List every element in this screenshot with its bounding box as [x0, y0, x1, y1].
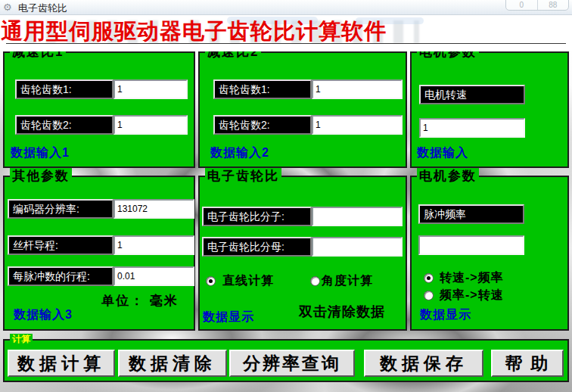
gear-teeth2-label: 齿轮齿数2: — [15, 115, 113, 135]
data-calculate-button[interactable]: 数据计算 — [8, 350, 115, 377]
screw-lead-label: 丝杆导程: — [8, 235, 113, 255]
groupbox-electronic-gear-ratio: 电子齿轮比 电子齿轮比分子: 电子齿轮比分母: 直线计算 角度计算 双击清除数据… — [198, 176, 407, 331]
page-title: 通用型伺服驱动器电子齿轮比计算软件 — [1, 17, 387, 47]
freq-to-speed-radio[interactable] — [424, 291, 434, 300]
encoder-resolution-label: 编码器分辨率: — [8, 199, 113, 219]
gear-teeth1-label: 齿轮齿数1: — [15, 79, 113, 99]
data-input1-label: 数据输入1 — [11, 145, 70, 161]
header-divider — [6, 43, 566, 44]
gear-teeth1-input[interactable] — [113, 79, 188, 99]
groupbox-reduction-ratio-2: 减速比2 齿轮齿数1: 齿轮齿数2: 数据输入2 — [198, 51, 407, 168]
groupbox-motor-params-output: 电机参数 脉冲频率 转速->频率 频率->转速 数据显示 — [410, 176, 569, 331]
linear-calc-radio[interactable] — [206, 276, 216, 286]
background-window-cell: 88 — [538, 0, 569, 10]
groupbox-other-params: 其他参数 编码器分辨率: 丝杆导程: 每脉冲数的行程: 单位： 毫米 数据输入3 — [3, 176, 195, 331]
data-display-label: 数据显示 — [203, 310, 254, 325]
pulse-frequency-label: 脉冲频率 — [418, 204, 524, 224]
background-window-fragment: 0 88 — [505, 0, 569, 11]
gear-teeth2-input[interactable] — [312, 115, 403, 135]
groupbox-reduction-ratio-1: 减速比1 齿轮齿数1: 齿轮齿数2: 数据输入1 — [3, 51, 195, 168]
window-title: 电子齿轮比 — [18, 2, 67, 15]
groupbox-title: 计算 — [10, 334, 33, 345]
data-input3-label: 数据输入3 — [14, 307, 73, 323]
screw-lead-input[interactable] — [113, 235, 194, 255]
gear-teeth2-label: 齿轮齿数2: — [213, 115, 312, 135]
angle-calc-radio[interactable] — [310, 276, 320, 286]
encoder-resolution-input[interactable] — [113, 199, 194, 219]
motor-speed-input[interactable] — [419, 118, 525, 138]
groupbox-title: 电机参数 — [417, 168, 479, 184]
speed-to-freq-radio-label[interactable]: 转速->频率 — [440, 270, 504, 286]
groupbox-motor-params-input: 电机参数 电机转速 数据输入 — [410, 51, 569, 168]
gear-ratio-numerator-label: 电子齿轮比分子: — [202, 207, 312, 226]
travel-per-pulse-input[interactable] — [113, 266, 194, 286]
gear-teeth1-input[interactable] — [312, 79, 403, 99]
gear-ratio-denominator-input[interactable] — [312, 237, 403, 257]
groupbox-title: 电子齿轮比 — [205, 168, 281, 184]
data-input-label: 数据输入 — [417, 145, 468, 161]
resolution-query-button[interactable]: 分辨率查询 — [229, 350, 355, 377]
data-clear-button[interactable]: 数据清除 — [118, 350, 227, 377]
motor-speed-label: 电机转速 — [419, 85, 525, 104]
gear-ratio-numerator-input[interactable] — [312, 207, 403, 226]
gear-teeth1-label: 齿轮齿数1: — [213, 79, 312, 99]
freq-to-speed-radio-label[interactable]: 频率->转速 — [440, 288, 504, 303]
titlebar: ⚙ 电子齿轮比 0 88 — [0, 0, 572, 15]
gear-teeth2-input[interactable] — [113, 115, 188, 135]
travel-per-pulse-label: 每脉冲数的行程: — [8, 266, 113, 286]
background-window-cell: 0 — [506, 0, 538, 10]
pulse-frequency-input[interactable] — [418, 235, 524, 255]
app-window: ⚙ 电子齿轮比 0 88 通用型伺服驱动器电子齿轮比计算软件 减速比1 齿轮齿数… — [0, 0, 572, 392]
double-click-clear-hint: 双击清除数据 — [299, 303, 385, 321]
data-save-button[interactable]: 数据保存 — [364, 350, 483, 377]
speed-to-freq-radio[interactable] — [424, 273, 434, 283]
gear-ratio-denominator-label: 电子齿轮比分母: — [202, 237, 312, 257]
header: 通用型伺服驱动器电子齿轮比计算软件 — [0, 15, 572, 51]
data-display-label: 数据显示 — [420, 307, 471, 323]
app-gear-icon[interactable]: ⚙ — [3, 1, 15, 13]
groupbox-calculate: 计算 数据计算 数据清除 分辨率查询 数据保存 帮 助 — [3, 339, 569, 382]
linear-calc-radio-label[interactable]: 直线计算 — [222, 273, 274, 289]
unit-label: 单位： 毫米 — [101, 292, 179, 310]
angle-calc-radio-label[interactable]: 角度计算 — [322, 273, 373, 289]
groupbox-title: 其他参数 — [10, 168, 72, 184]
help-button[interactable]: 帮 助 — [491, 350, 564, 377]
data-input2-label: 数据输入2 — [210, 145, 269, 161]
